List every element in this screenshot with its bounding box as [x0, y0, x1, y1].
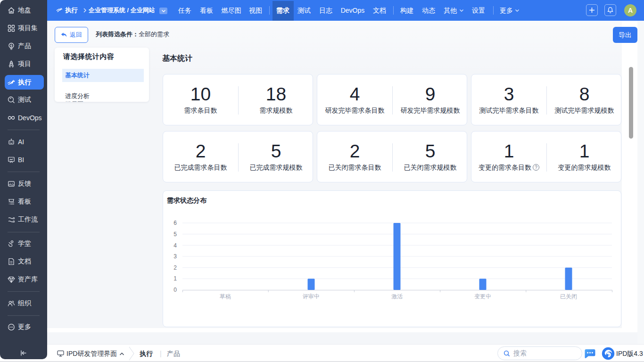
svg-text:已关闭: 已关闭: [560, 293, 577, 300]
svg-text:激活: 激活: [391, 293, 403, 300]
svg-text:0: 0: [173, 287, 177, 293]
svg-text:6: 6: [173, 220, 177, 226]
svg-text:变更中: 变更中: [474, 293, 491, 300]
svg-text:3: 3: [173, 253, 177, 260]
svg-text:5: 5: [173, 231, 177, 238]
svg-text:草稿: 草稿: [220, 293, 231, 300]
svg-text:评审中: 评审中: [303, 293, 320, 300]
svg-text:4: 4: [173, 242, 177, 249]
svg-text:1: 1: [173, 275, 177, 282]
svg-text:2: 2: [173, 264, 177, 271]
